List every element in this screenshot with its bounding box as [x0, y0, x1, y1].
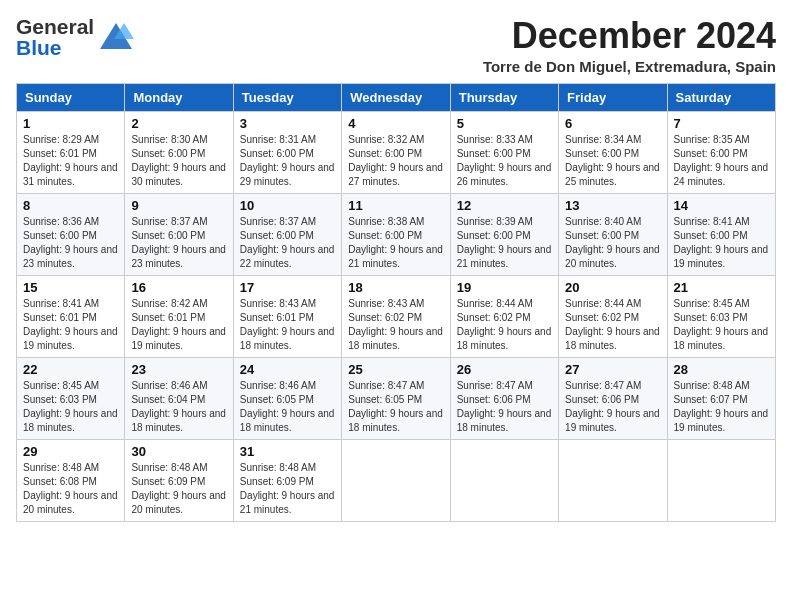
- logo-blue: Blue: [16, 36, 62, 59]
- logo-icon: [98, 19, 134, 55]
- cell-info: Sunrise: 8:41 AM Sunset: 6:01 PM Dayligh…: [23, 297, 118, 353]
- cell-info: Sunrise: 8:34 AM Sunset: 6:00 PM Dayligh…: [565, 133, 660, 189]
- calendar-table: SundayMondayTuesdayWednesdayThursdayFrid…: [16, 83, 776, 522]
- calendar-cell: 1Sunrise: 8:29 AM Sunset: 6:01 PM Daylig…: [17, 111, 125, 193]
- day-number: 23: [131, 362, 226, 377]
- calendar-cell: 31Sunrise: 8:48 AM Sunset: 6:09 PM Dayli…: [233, 439, 341, 521]
- cell-info: Sunrise: 8:44 AM Sunset: 6:02 PM Dayligh…: [457, 297, 552, 353]
- weekday-header-wednesday: Wednesday: [342, 83, 450, 111]
- day-number: 7: [674, 116, 769, 131]
- cell-info: Sunrise: 8:37 AM Sunset: 6:00 PM Dayligh…: [240, 215, 335, 271]
- cell-info: Sunrise: 8:38 AM Sunset: 6:00 PM Dayligh…: [348, 215, 443, 271]
- cell-info: Sunrise: 8:40 AM Sunset: 6:00 PM Dayligh…: [565, 215, 660, 271]
- calendar-cell: 23Sunrise: 8:46 AM Sunset: 6:04 PM Dayli…: [125, 357, 233, 439]
- day-number: 27: [565, 362, 660, 377]
- cell-info: Sunrise: 8:32 AM Sunset: 6:00 PM Dayligh…: [348, 133, 443, 189]
- cell-info: Sunrise: 8:47 AM Sunset: 6:06 PM Dayligh…: [565, 379, 660, 435]
- day-number: 16: [131, 280, 226, 295]
- cell-info: Sunrise: 8:47 AM Sunset: 6:05 PM Dayligh…: [348, 379, 443, 435]
- week-row-2: 8Sunrise: 8:36 AM Sunset: 6:00 PM Daylig…: [17, 193, 776, 275]
- calendar-cell: 17Sunrise: 8:43 AM Sunset: 6:01 PM Dayli…: [233, 275, 341, 357]
- cell-info: Sunrise: 8:46 AM Sunset: 6:04 PM Dayligh…: [131, 379, 226, 435]
- weekday-header-saturday: Saturday: [667, 83, 775, 111]
- day-number: 2: [131, 116, 226, 131]
- cell-info: Sunrise: 8:33 AM Sunset: 6:00 PM Dayligh…: [457, 133, 552, 189]
- calendar-cell: 18Sunrise: 8:43 AM Sunset: 6:02 PM Dayli…: [342, 275, 450, 357]
- weekday-header-friday: Friday: [559, 83, 667, 111]
- day-number: 12: [457, 198, 552, 213]
- calendar-cell: 2Sunrise: 8:30 AM Sunset: 6:00 PM Daylig…: [125, 111, 233, 193]
- title-block: December 2024 Torre de Don Miguel, Extre…: [483, 16, 776, 75]
- cell-info: Sunrise: 8:46 AM Sunset: 6:05 PM Dayligh…: [240, 379, 335, 435]
- calendar-cell: [559, 439, 667, 521]
- calendar-cell: 6Sunrise: 8:34 AM Sunset: 6:00 PM Daylig…: [559, 111, 667, 193]
- cell-info: Sunrise: 8:48 AM Sunset: 6:09 PM Dayligh…: [240, 461, 335, 517]
- cell-info: Sunrise: 8:37 AM Sunset: 6:00 PM Dayligh…: [131, 215, 226, 271]
- cell-info: Sunrise: 8:31 AM Sunset: 6:00 PM Dayligh…: [240, 133, 335, 189]
- calendar-cell: 29Sunrise: 8:48 AM Sunset: 6:08 PM Dayli…: [17, 439, 125, 521]
- cell-info: Sunrise: 8:48 AM Sunset: 6:09 PM Dayligh…: [131, 461, 226, 517]
- cell-info: Sunrise: 8:35 AM Sunset: 6:00 PM Dayligh…: [674, 133, 769, 189]
- cell-info: Sunrise: 8:48 AM Sunset: 6:08 PM Dayligh…: [23, 461, 118, 517]
- logo-general: General: [16, 15, 94, 38]
- calendar-cell: 7Sunrise: 8:35 AM Sunset: 6:00 PM Daylig…: [667, 111, 775, 193]
- day-number: 24: [240, 362, 335, 377]
- day-number: 21: [674, 280, 769, 295]
- calendar-cell: [450, 439, 558, 521]
- day-number: 22: [23, 362, 118, 377]
- weekday-header-row: SundayMondayTuesdayWednesdayThursdayFrid…: [17, 83, 776, 111]
- cell-info: Sunrise: 8:45 AM Sunset: 6:03 PM Dayligh…: [23, 379, 118, 435]
- day-number: 1: [23, 116, 118, 131]
- day-number: 17: [240, 280, 335, 295]
- day-number: 28: [674, 362, 769, 377]
- calendar-cell: 14Sunrise: 8:41 AM Sunset: 6:00 PM Dayli…: [667, 193, 775, 275]
- calendar-cell: [342, 439, 450, 521]
- day-number: 19: [457, 280, 552, 295]
- day-number: 11: [348, 198, 443, 213]
- calendar-cell: 25Sunrise: 8:47 AM Sunset: 6:05 PM Dayli…: [342, 357, 450, 439]
- day-number: 8: [23, 198, 118, 213]
- week-row-3: 15Sunrise: 8:41 AM Sunset: 6:01 PM Dayli…: [17, 275, 776, 357]
- calendar-cell: 13Sunrise: 8:40 AM Sunset: 6:00 PM Dayli…: [559, 193, 667, 275]
- cell-info: Sunrise: 8:43 AM Sunset: 6:01 PM Dayligh…: [240, 297, 335, 353]
- cell-info: Sunrise: 8:36 AM Sunset: 6:00 PM Dayligh…: [23, 215, 118, 271]
- day-number: 3: [240, 116, 335, 131]
- cell-info: Sunrise: 8:48 AM Sunset: 6:07 PM Dayligh…: [674, 379, 769, 435]
- cell-info: Sunrise: 8:30 AM Sunset: 6:00 PM Dayligh…: [131, 133, 226, 189]
- day-number: 9: [131, 198, 226, 213]
- week-row-1: 1Sunrise: 8:29 AM Sunset: 6:01 PM Daylig…: [17, 111, 776, 193]
- weekday-header-thursday: Thursday: [450, 83, 558, 111]
- weekday-header-monday: Monday: [125, 83, 233, 111]
- day-number: 30: [131, 444, 226, 459]
- day-number: 14: [674, 198, 769, 213]
- calendar-cell: 30Sunrise: 8:48 AM Sunset: 6:09 PM Dayli…: [125, 439, 233, 521]
- calendar-cell: 12Sunrise: 8:39 AM Sunset: 6:00 PM Dayli…: [450, 193, 558, 275]
- calendar-cell: 26Sunrise: 8:47 AM Sunset: 6:06 PM Dayli…: [450, 357, 558, 439]
- calendar-cell: 15Sunrise: 8:41 AM Sunset: 6:01 PM Dayli…: [17, 275, 125, 357]
- day-number: 31: [240, 444, 335, 459]
- day-number: 15: [23, 280, 118, 295]
- logo: General Blue: [16, 16, 134, 58]
- calendar-cell: 19Sunrise: 8:44 AM Sunset: 6:02 PM Dayli…: [450, 275, 558, 357]
- day-number: 18: [348, 280, 443, 295]
- day-number: 25: [348, 362, 443, 377]
- cell-info: Sunrise: 8:39 AM Sunset: 6:00 PM Dayligh…: [457, 215, 552, 271]
- month-title: December 2024: [483, 16, 776, 56]
- calendar-cell: 21Sunrise: 8:45 AM Sunset: 6:03 PM Dayli…: [667, 275, 775, 357]
- day-number: 13: [565, 198, 660, 213]
- day-number: 29: [23, 444, 118, 459]
- cell-info: Sunrise: 8:45 AM Sunset: 6:03 PM Dayligh…: [674, 297, 769, 353]
- calendar-cell: 5Sunrise: 8:33 AM Sunset: 6:00 PM Daylig…: [450, 111, 558, 193]
- week-row-4: 22Sunrise: 8:45 AM Sunset: 6:03 PM Dayli…: [17, 357, 776, 439]
- day-number: 26: [457, 362, 552, 377]
- cell-info: Sunrise: 8:41 AM Sunset: 6:00 PM Dayligh…: [674, 215, 769, 271]
- day-number: 6: [565, 116, 660, 131]
- cell-info: Sunrise: 8:44 AM Sunset: 6:02 PM Dayligh…: [565, 297, 660, 353]
- location: Torre de Don Miguel, Extremadura, Spain: [483, 58, 776, 75]
- weekday-header-sunday: Sunday: [17, 83, 125, 111]
- calendar-cell: 8Sunrise: 8:36 AM Sunset: 6:00 PM Daylig…: [17, 193, 125, 275]
- calendar-cell: 4Sunrise: 8:32 AM Sunset: 6:00 PM Daylig…: [342, 111, 450, 193]
- cell-info: Sunrise: 8:47 AM Sunset: 6:06 PM Dayligh…: [457, 379, 552, 435]
- calendar-cell: 16Sunrise: 8:42 AM Sunset: 6:01 PM Dayli…: [125, 275, 233, 357]
- calendar-cell: 10Sunrise: 8:37 AM Sunset: 6:00 PM Dayli…: [233, 193, 341, 275]
